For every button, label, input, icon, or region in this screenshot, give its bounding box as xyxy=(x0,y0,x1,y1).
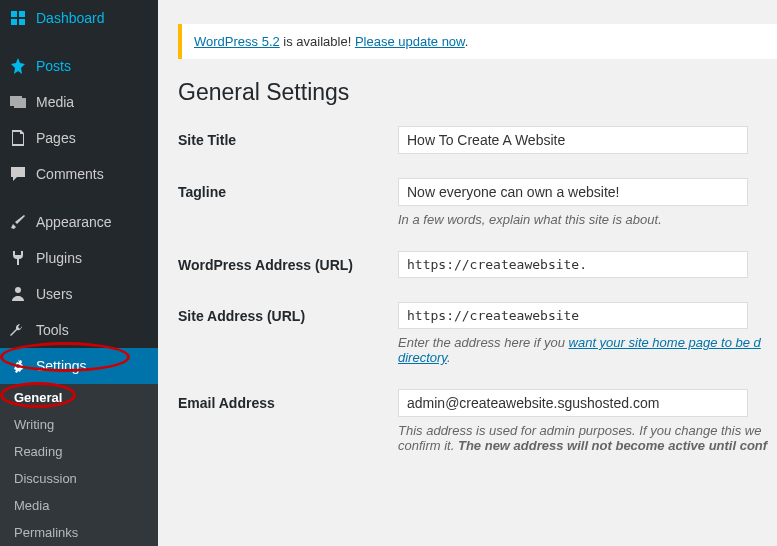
page-title: General Settings xyxy=(178,79,777,106)
sidebar-item-plugins[interactable]: Plugins xyxy=(0,240,158,276)
label-tagline: Tagline xyxy=(178,178,398,200)
brush-icon xyxy=(8,212,28,232)
page-icon xyxy=(8,128,28,148)
submenu-item-reading[interactable]: Reading xyxy=(0,438,158,465)
label-site-title: Site Title xyxy=(178,126,398,148)
row-tagline: Tagline In a few words, explain what thi… xyxy=(178,178,777,227)
sidebar-item-label: Comments xyxy=(36,166,104,182)
submenu-item-media[interactable]: Media xyxy=(0,492,158,519)
user-icon xyxy=(8,284,28,304)
sidebar-item-posts[interactable]: Posts xyxy=(0,48,158,84)
admin-sidebar: Dashboard Posts Media Pages Comments App… xyxy=(0,0,158,546)
plug-icon xyxy=(8,248,28,268)
desc-email: This address is used for admin purposes.… xyxy=(398,423,777,453)
sidebar-item-label: Plugins xyxy=(36,250,82,266)
sidebar-item-appearance[interactable]: Appearance xyxy=(0,204,158,240)
desc-site-url: Enter the address here if you want your … xyxy=(398,335,777,365)
pin-icon xyxy=(8,56,28,76)
notice-text: is available! xyxy=(280,34,355,49)
settings-submenu: General Writing Reading Discussion Media… xyxy=(0,384,158,546)
sidebar-item-label: Media xyxy=(36,94,74,110)
sidebar-item-users[interactable]: Users xyxy=(0,276,158,312)
svg-point-0 xyxy=(15,287,21,293)
label-wp-url: WordPress Address (URL) xyxy=(178,251,398,273)
site-url-help-link2[interactable]: directory xyxy=(398,350,447,365)
dashboard-icon xyxy=(8,8,28,28)
sidebar-item-tools[interactable]: Tools xyxy=(0,312,158,348)
label-email: Email Address xyxy=(178,389,398,411)
label-site-url: Site Address (URL) xyxy=(178,302,398,324)
sidebar-item-label: Appearance xyxy=(36,214,112,230)
row-site-title: Site Title xyxy=(178,126,777,154)
input-site-title[interactable] xyxy=(398,126,748,154)
submenu-item-general[interactable]: General xyxy=(0,384,158,411)
input-site-url[interactable] xyxy=(398,302,748,329)
site-url-help-link[interactable]: want your site home page to be d xyxy=(569,335,761,350)
input-wp-url[interactable] xyxy=(398,251,748,278)
input-email[interactable] xyxy=(398,389,748,417)
sidebar-item-label: Settings xyxy=(36,358,87,374)
sidebar-item-label: Users xyxy=(36,286,73,302)
sidebar-item-label: Tools xyxy=(36,322,69,338)
sidebar-item-pages[interactable]: Pages xyxy=(0,120,158,156)
gear-icon xyxy=(8,356,28,376)
sidebar-item-label: Dashboard xyxy=(36,10,105,26)
comment-icon xyxy=(8,164,28,184)
desc-tagline: In a few words, explain what this site i… xyxy=(398,212,777,227)
media-icon xyxy=(8,92,28,112)
submenu-item-writing[interactable]: Writing xyxy=(0,411,158,438)
sidebar-item-comments[interactable]: Comments xyxy=(0,156,158,192)
main-content: WordPress 5.2 is available! Please updat… xyxy=(158,0,777,546)
row-wp-url: WordPress Address (URL) xyxy=(178,251,777,278)
sidebar-item-label: Posts xyxy=(36,58,71,74)
row-site-url: Site Address (URL) Enter the address her… xyxy=(178,302,777,365)
sidebar-item-dashboard[interactable]: Dashboard xyxy=(0,0,158,36)
sidebar-item-settings[interactable]: Settings xyxy=(0,348,158,384)
row-email: Email Address This address is used for a… xyxy=(178,389,777,453)
sidebar-item-label: Pages xyxy=(36,130,76,146)
submenu-item-permalinks[interactable]: Permalinks xyxy=(0,519,158,546)
update-notice: WordPress 5.2 is available! Please updat… xyxy=(178,24,777,59)
submenu-item-discussion[interactable]: Discussion xyxy=(0,465,158,492)
wp-version-link[interactable]: WordPress 5.2 xyxy=(194,34,280,49)
sidebar-item-media[interactable]: Media xyxy=(0,84,158,120)
wrench-icon xyxy=(8,320,28,340)
input-tagline[interactable] xyxy=(398,178,748,206)
update-link[interactable]: Please update now xyxy=(355,34,465,49)
